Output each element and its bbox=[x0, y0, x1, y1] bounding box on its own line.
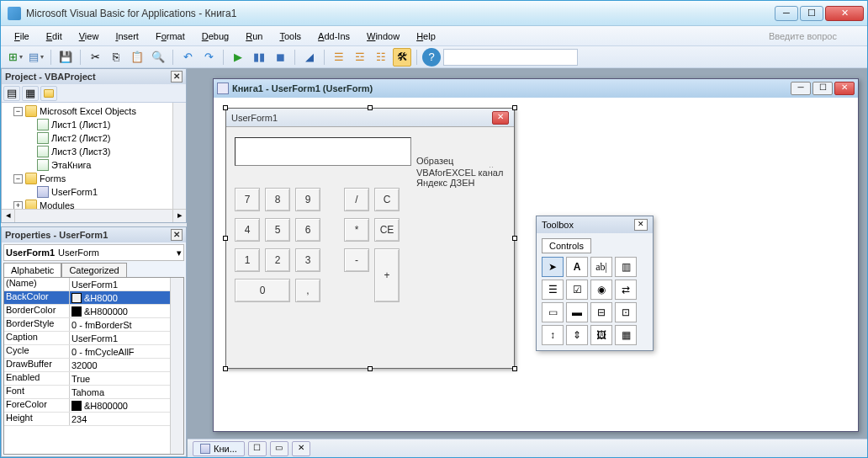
prop-row[interactable]: Height234 bbox=[4, 413, 183, 426]
tool-spinbutton[interactable]: ⇕ bbox=[566, 325, 588, 345]
tree-node-modules[interactable]: Modules bbox=[40, 200, 75, 209]
run-button[interactable]: ▶ bbox=[229, 48, 247, 67]
prop-row[interactable]: DrawBuffer32000 bbox=[4, 359, 183, 372]
calc-btn-6[interactable]: 6 bbox=[295, 218, 320, 242]
menu-window[interactable]: Window bbox=[358, 29, 408, 44]
calc-btn-div[interactable]: / bbox=[344, 188, 369, 211]
tool-textbox[interactable]: ab| bbox=[590, 257, 612, 277]
object-browser-button[interactable]: ☷ bbox=[372, 48, 390, 67]
reset-button[interactable]: ◼ bbox=[271, 48, 289, 67]
minimize-button[interactable]: ─ bbox=[775, 6, 798, 21]
view-excel-button[interactable]: ⊞ bbox=[6, 48, 24, 67]
prop-row[interactable]: ForeColor&H800000 bbox=[4, 399, 183, 413]
calc-btn-5[interactable]: 5 bbox=[265, 218, 290, 242]
tool-label[interactable]: A bbox=[566, 257, 588, 277]
undo-button[interactable]: ↶ bbox=[178, 48, 197, 67]
tree-node-sheet3[interactable]: Лист3 (Лист3) bbox=[51, 146, 110, 157]
toolbox-tab-controls[interactable]: Controls bbox=[542, 238, 591, 253]
calc-btn-ce[interactable]: CE bbox=[374, 218, 400, 242]
tool-togglebutton[interactable]: ⇄ bbox=[615, 280, 637, 300]
calc-btn-c[interactable]: C bbox=[374, 188, 400, 211]
menu-help[interactable]: Help bbox=[408, 29, 444, 44]
menu-run[interactable]: Run bbox=[237, 29, 271, 44]
prop-row[interactable]: FontTahoma bbox=[4, 386, 183, 399]
design-mode-button[interactable]: ◢ bbox=[300, 48, 319, 67]
taskbar-item[interactable]: Кни... bbox=[193, 441, 245, 456]
tree-scrollbar[interactable] bbox=[172, 103, 186, 209]
calc-btn-mul[interactable]: * bbox=[344, 218, 369, 242]
tool-multipage[interactable]: ⊡ bbox=[615, 302, 637, 322]
designer-close[interactable]: ✕ bbox=[834, 82, 855, 95]
toolbox-close[interactable]: ✕ bbox=[634, 219, 648, 231]
calc-btn-1[interactable]: 1 bbox=[235, 248, 260, 272]
tool-combobox[interactable]: ▥ bbox=[615, 257, 637, 277]
props-scrollbar[interactable] bbox=[170, 278, 183, 454]
menu-file[interactable]: File bbox=[6, 29, 38, 44]
calc-btn-2[interactable]: 2 bbox=[265, 248, 290, 272]
calc-btn-3[interactable]: 3 bbox=[295, 248, 320, 272]
tree-toggle[interactable]: − bbox=[13, 107, 23, 116]
calc-btn-plus[interactable]: + bbox=[374, 248, 400, 302]
tool-image[interactable]: 🖼 bbox=[590, 325, 612, 345]
view-code-button[interactable]: ▤ bbox=[3, 86, 20, 101]
userform-design[interactable]: UserForm1 ✕ Образец пользовательской фор… bbox=[225, 108, 515, 369]
tree-toggle[interactable]: − bbox=[13, 174, 23, 184]
procedure-combo[interactable] bbox=[443, 49, 578, 66]
prop-row[interactable]: Cycle0 - fmCycleAllF bbox=[4, 345, 183, 359]
designer-maximize[interactable]: ☐ bbox=[812, 82, 833, 95]
tool-tabstrip[interactable]: ⊟ bbox=[590, 302, 612, 322]
form-label2[interactable]: VBAforEXCEL канал Яндекс ДЗЕН bbox=[416, 168, 514, 188]
calc-btn-0[interactable]: 0 bbox=[235, 279, 290, 302]
prop-row[interactable]: BorderStyle0 - fmBorderSt bbox=[4, 318, 183, 332]
menu-edit[interactable]: Edit bbox=[38, 29, 71, 44]
calc-btn-7[interactable]: 7 bbox=[235, 188, 260, 211]
tree-toggle[interactable]: + bbox=[13, 201, 23, 210]
toggle-folders-button[interactable] bbox=[40, 86, 57, 101]
insert-item-button[interactable]: ▤ bbox=[27, 48, 45, 67]
project-explorer-button[interactable]: ☰ bbox=[330, 48, 348, 67]
prop-row[interactable]: (Name)UserForm1 bbox=[4, 278, 183, 291]
calc-btn-9[interactable]: 9 bbox=[295, 188, 320, 211]
redo-button[interactable]: ↷ bbox=[199, 48, 218, 67]
toolbox-panel[interactable]: Toolbox ✕ Controls ➤ A ab| ▥ ☰ ☑ bbox=[536, 216, 654, 351]
tool-checkbox[interactable]: ☑ bbox=[566, 280, 588, 300]
menu-tools[interactable]: Tools bbox=[271, 29, 310, 44]
task-tile[interactable]: ▭ bbox=[270, 441, 288, 456]
prop-row[interactable]: EnabledTrue bbox=[4, 372, 183, 386]
tool-listbox[interactable]: ☰ bbox=[542, 280, 564, 300]
tool-scrollbar[interactable]: ↕ bbox=[542, 325, 564, 345]
tree-node-sheet1[interactable]: Лист1 (Лист1) bbox=[51, 120, 110, 130]
calc-btn-8[interactable]: 8 bbox=[265, 188, 290, 211]
tool-refedit[interactable]: ▦ bbox=[615, 325, 637, 345]
prop-row[interactable]: CaptionUserForm1 bbox=[4, 332, 183, 345]
tree-node-workbook[interactable]: ЭтаКнига bbox=[51, 160, 91, 170]
calc-btn-minus[interactable]: - bbox=[344, 248, 369, 272]
tab-categorized[interactable]: Categorized bbox=[61, 263, 126, 277]
close-button[interactable]: ✕ bbox=[825, 6, 864, 21]
menu-debug[interactable]: Debug bbox=[193, 29, 237, 44]
tool-select[interactable]: ➤ bbox=[542, 257, 564, 277]
maximize-button[interactable]: ☐ bbox=[800, 6, 823, 21]
break-button[interactable]: ▮▮ bbox=[250, 48, 268, 67]
calc-btn-4[interactable]: 4 bbox=[235, 218, 260, 242]
project-tree[interactable]: −Microsoft Excel Objects Лист1 (Лист1) Л… bbox=[2, 103, 186, 209]
tool-commandbutton[interactable]: ▬ bbox=[566, 302, 588, 322]
menu-view[interactable]: View bbox=[71, 29, 108, 44]
ask-box[interactable]: Введите вопрос bbox=[769, 31, 862, 41]
tree-node-excel-obj[interactable]: Microsoft Excel Objects bbox=[40, 106, 136, 116]
help-button[interactable]: ? bbox=[422, 48, 441, 67]
properties-object-combo[interactable]: UserForm1 UserForm ▾ bbox=[3, 244, 184, 261]
task-cascade[interactable]: ☐ bbox=[248, 441, 267, 456]
designer-minimize[interactable]: ─ bbox=[791, 82, 811, 95]
view-object-button[interactable]: ▦ bbox=[22, 86, 39, 101]
tree-node-sheet2[interactable]: Лист2 (Лист2) bbox=[51, 133, 110, 143]
tree-node-userform1[interactable]: UserForm1 bbox=[51, 187, 98, 197]
properties-panel-close[interactable]: ✕ bbox=[171, 229, 183, 241]
menu-format[interactable]: Format bbox=[147, 29, 193, 44]
menu-insert[interactable]: Insert bbox=[107, 29, 147, 44]
calc-display[interactable] bbox=[235, 137, 411, 166]
find-button[interactable]: 🔍 bbox=[149, 48, 167, 67]
cut-button[interactable]: ✂ bbox=[86, 48, 104, 67]
paste-button[interactable]: 📋 bbox=[128, 48, 146, 67]
properties-button[interactable]: ☲ bbox=[351, 48, 369, 67]
